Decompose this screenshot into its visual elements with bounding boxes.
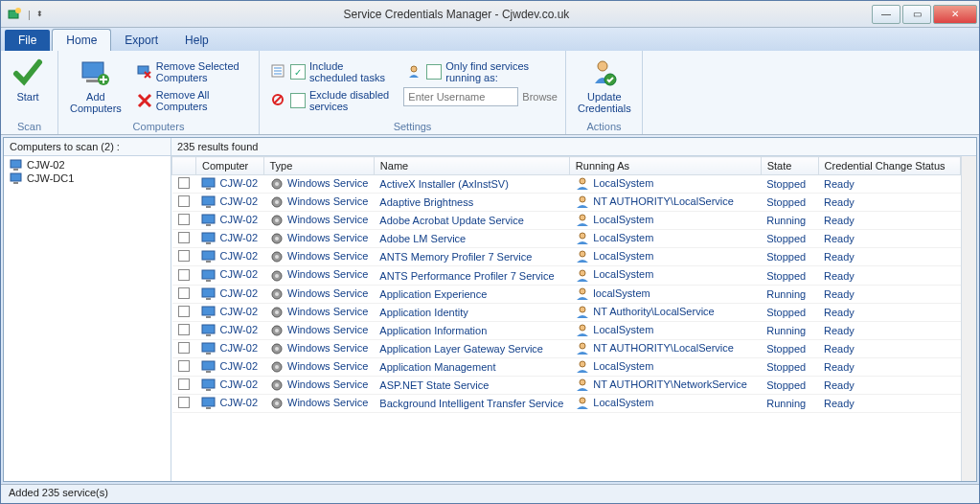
row-checkbox[interactable] [178,342,190,354]
svg-rect-70 [202,379,215,388]
table-row[interactable]: CJW-02Windows ServiceANTS Performance Pr… [172,266,961,285]
svg-rect-41 [206,280,211,282]
row-checkbox[interactable] [178,269,190,281]
cell-state: Stopped [761,248,818,266]
table-row[interactable]: CJW-02Windows ServiceActiveX Installer (… [172,175,961,194]
minimize-button[interactable]: — [872,5,900,24]
username-input[interactable] [403,87,518,106]
cell-cred: Ready [818,230,960,248]
table-row[interactable]: CJW-02Windows ServiceANTS Memory Profile… [172,248,961,266]
cell-cred: Ready [818,357,960,376]
remove-all-icon [137,93,152,108]
svg-rect-21 [206,206,211,208]
qat-dropdown[interactable]: ⬍ [36,10,43,18]
close-button[interactable]: ✕ [933,5,977,24]
scrollbar[interactable] [961,156,976,481]
results-header: 235 results found [171,138,976,156]
user-icon [575,177,590,191]
sidebar-item-label: CJW-02 [27,159,65,171]
remove-all-button[interactable]: Remove All Computers [133,87,251,114]
table-row[interactable]: CJW-02Windows ServiceASP.NET State Servi… [172,377,961,395]
cell-type: Windows Service [263,266,374,285]
start-button[interactable]: Start [7,57,49,104]
tab-export[interactable]: Export [111,30,171,51]
table-row[interactable]: CJW-02Windows ServiceApplication Experie… [172,285,961,303]
monitor-icon [201,360,217,374]
table-row[interactable]: CJW-02Windows ServiceAdobe LM ServiceLoc… [172,230,961,248]
maximize-button[interactable]: ▭ [902,5,931,24]
tab-file[interactable]: File [5,30,50,51]
sidebar-item[interactable]: CJW-DC1 [6,172,169,185]
row-checkbox[interactable] [178,306,190,317]
gear-icon [269,269,285,283]
only-find-checkbox[interactable]: ✓ [426,64,442,80]
include-scheduled-toggle[interactable]: ✓ Include scheduled tasks [267,58,396,85]
table-row[interactable]: CJW-02Windows ServiceApplication Layer G… [172,339,961,357]
exclude-disabled-toggle[interactable]: ✓ Exclude disabled services [267,87,396,114]
col-name[interactable]: Name [374,157,569,175]
row-checkbox[interactable] [178,195,190,207]
row-checkbox[interactable] [178,177,190,189]
tab-help[interactable]: Help [171,30,222,51]
sidebar: Computers to scan (2) : CJW-02CJW-DC1 [4,138,171,481]
svg-rect-15 [202,178,215,187]
monitor-icon [201,269,217,283]
col-state[interactable]: State [761,157,818,175]
svg-rect-20 [202,196,215,205]
svg-point-38 [275,255,279,259]
cell-running-as: LocalSystem [569,357,761,376]
table-row[interactable]: CJW-02Windows ServiceAdaptive Brightness… [172,194,961,212]
qat-divider: | [28,9,31,20]
window-title: Service Credentials Manager - Cjwdev.co.… [43,8,870,21]
row-checkbox[interactable] [178,324,190,335]
col-computer[interactable]: Computer [195,157,263,175]
svg-point-23 [275,200,279,204]
user-icon [575,214,590,227]
col-cred-status[interactable]: Credential Change Status [818,157,960,175]
cell-type: Windows Service [263,285,374,303]
exclude-icon [271,93,286,108]
results-table: Computer Type Name Running As State Cred… [171,156,961,413]
row-checkbox[interactable] [178,250,190,262]
svg-point-54 [580,307,585,312]
computers-group-label: Computers [58,121,259,132]
tab-home[interactable]: Home [52,29,111,51]
row-checkbox[interactable] [178,360,190,372]
update-credentials-button[interactable]: Update Credentials [572,57,637,116]
cell-cred: Ready [818,395,960,413]
col-checkbox[interactable] [172,157,196,175]
gear-icon [269,360,285,374]
browse-button[interactable]: Browse [522,91,558,103]
col-type[interactable]: Type [263,157,374,175]
table-row[interactable]: CJW-02Windows ServiceBackground Intellig… [172,395,961,413]
svg-point-79 [580,398,585,403]
cell-running-as: NT AUTHORITY\NetworkService [569,377,761,395]
cell-state: Stopped [761,377,818,395]
exclude-disabled-checkbox[interactable]: ✓ [290,93,306,108]
user-icon [575,306,590,319]
cell-name: Adobe LM Service [374,230,569,248]
row-checkbox[interactable] [178,214,190,225]
row-checkbox[interactable] [178,287,190,299]
svg-point-49 [580,288,585,294]
svg-rect-55 [202,325,215,333]
row-checkbox[interactable] [178,232,190,243]
user-icon [575,360,590,374]
row-checkbox[interactable] [178,378,190,390]
include-scheduled-checkbox[interactable]: ✓ [290,64,306,80]
only-find-toggle[interactable]: ✓ Only find services running as: [403,58,558,85]
table-row[interactable]: CJW-02Windows ServiceAdobe Acrobat Updat… [172,212,961,230]
col-running-as[interactable]: Running As [569,157,761,175]
row-checkbox[interactable] [178,397,190,408]
remove-selected-button[interactable]: Remove Selected Computers [133,58,251,85]
user-icon [575,232,590,245]
table-row[interactable]: CJW-02Windows ServiceApplication Informa… [172,321,961,339]
table-row[interactable]: CJW-02Windows ServiceApplication Identit… [172,303,961,321]
sidebar-item[interactable]: CJW-02 [6,158,169,172]
table-row[interactable]: CJW-02Windows ServiceApplication Managem… [172,357,961,376]
add-computers-button[interactable]: Add Computers [64,57,127,116]
remove-all-label: Remove All Computers [156,89,247,112]
cell-name: ANTS Memory Profiler 7 Service [374,248,569,266]
svg-rect-60 [202,343,215,352]
gear-icon [269,195,285,209]
